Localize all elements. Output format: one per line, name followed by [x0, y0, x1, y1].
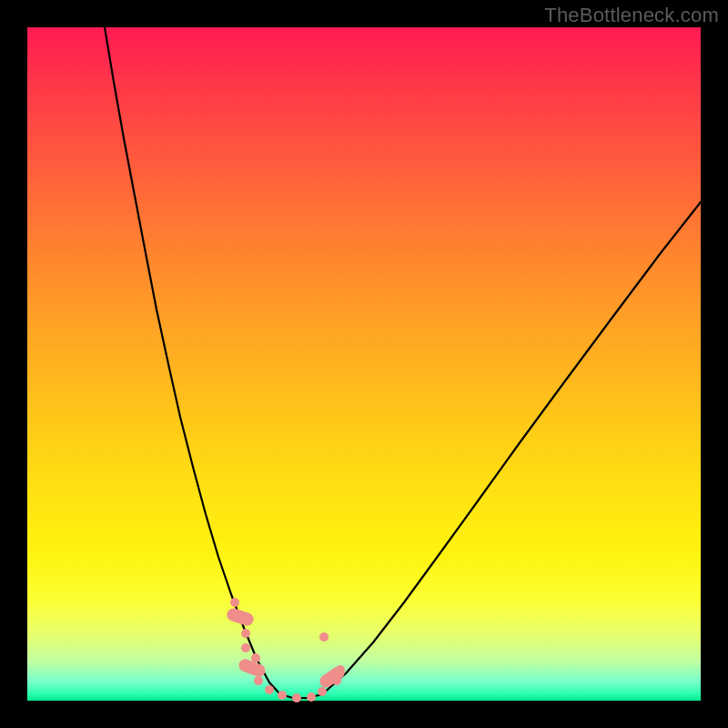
chart-svg: [27, 27, 701, 701]
marker-dots: [292, 693, 301, 703]
marker-dots: [319, 632, 329, 642]
marker-pills: [226, 607, 256, 628]
chart-frame: TheBottleneck.com: [0, 0, 728, 728]
curve-right-branch: [322, 202, 701, 694]
marker-dots: [251, 653, 260, 662]
marker-dots: [265, 685, 274, 694]
marker-dots: [318, 687, 327, 696]
curve-left-branch: [105, 27, 280, 694]
marker-dots: [307, 693, 316, 702]
plot-area: [27, 27, 701, 701]
marker-dots: [241, 643, 250, 652]
marker-dots: [230, 598, 239, 607]
watermark-text: TheBottleneck.com: [544, 4, 719, 27]
marker-dots: [254, 676, 263, 685]
marker-dots: [241, 629, 250, 638]
marker-dots: [278, 691, 287, 700]
